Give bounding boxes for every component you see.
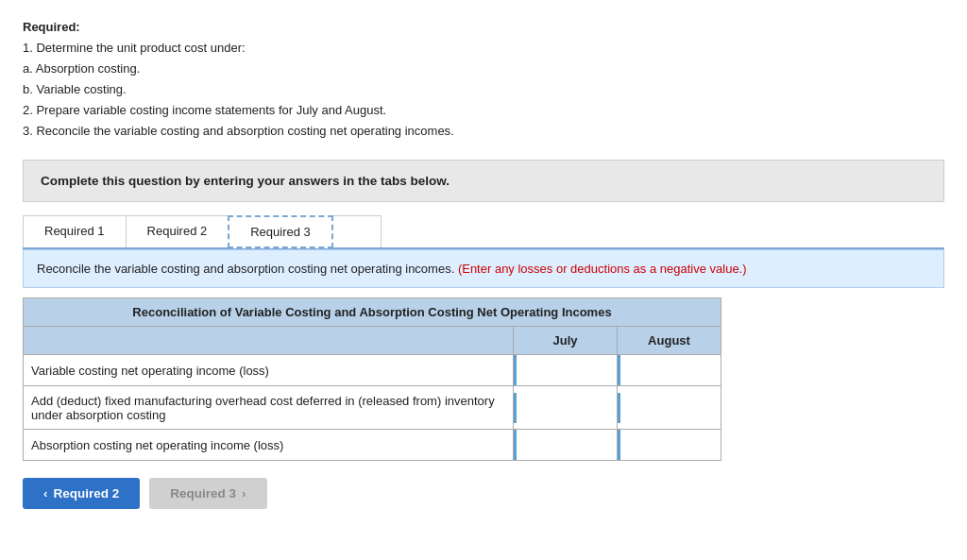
complete-box-text: Complete this question by entering your …	[41, 174, 450, 188]
table-row: Add (deduct) fixed manufacturing overhea…	[24, 386, 721, 430]
row3-july-input[interactable]	[514, 430, 617, 460]
tab-required2[interactable]: Required 2	[127, 216, 229, 247]
instructions-block: Required: 1. Determine the unit product …	[23, 17, 944, 143]
row2-july-input[interactable]	[514, 393, 617, 423]
tab-spacer	[382, 215, 944, 247]
tab-required3[interactable]: Required 3	[228, 215, 333, 248]
description-box: Reconcile the variable costing and absor…	[23, 249, 944, 289]
row1-label: Variable costing net operating income (l…	[24, 355, 514, 386]
chevron-right-icon: ›	[242, 486, 246, 501]
tabs-row: Required 1 Required 2 Required 3	[23, 215, 944, 249]
row3-august-input[interactable]	[618, 430, 721, 460]
tab-required1[interactable]: Required 1	[24, 216, 127, 247]
row3-label: Absorption costing net operating income …	[24, 430, 514, 461]
instruction-item-3: b. Variable costing.	[23, 82, 127, 96]
row1-august-cell	[618, 355, 721, 386]
row1-august-input[interactable]	[618, 355, 721, 385]
next-button[interactable]: Required 3›	[149, 478, 266, 509]
instruction-item-5: 3. Reconcile the variable costing and ab…	[23, 124, 454, 138]
col-header-august: August	[618, 327, 721, 355]
description-red: (Enter any losses or deductions as a neg…	[454, 262, 746, 276]
instruction-item-1: 1. Determine the unit product cost under…	[23, 41, 246, 55]
row2-july-cell	[514, 386, 618, 430]
next-button-label: Required 3	[170, 486, 236, 501]
btn-row: ‹Required 2 Required 3›	[23, 478, 944, 509]
row1-july-cell	[514, 355, 618, 386]
instruction-item-2: a. Absorption costing.	[23, 61, 140, 76]
table-row: Variable costing net operating income (l…	[24, 355, 721, 386]
reconciliation-table: Reconciliation of Variable Costing and A…	[23, 297, 721, 461]
col-header-desc	[24, 327, 514, 355]
table-row: Absorption costing net operating income …	[24, 430, 721, 461]
col-header-july: July	[514, 327, 618, 355]
prev-button-label: Required 2	[54, 486, 120, 501]
chevron-left-icon: ‹	[43, 486, 48, 501]
row2-label: Add (deduct) fixed manufacturing overhea…	[24, 386, 514, 430]
instruction-item-4: 2. Prepare variable costing income state…	[23, 103, 386, 117]
row2-august-cell	[618, 386, 721, 430]
table-title: Reconciliation of Variable Costing and A…	[24, 298, 721, 327]
required-heading: Required:	[23, 20, 80, 34]
tabs-container: Required 1 Required 2 Required 3	[23, 215, 382, 247]
description-main: Reconcile the variable costing and absor…	[37, 262, 454, 276]
row3-august-cell	[618, 430, 721, 461]
row1-july-input[interactable]	[514, 355, 617, 385]
complete-box: Complete this question by entering your …	[23, 160, 944, 202]
prev-button[interactable]: ‹Required 2	[23, 478, 140, 509]
row2-august-input[interactable]	[618, 393, 721, 423]
row3-july-cell	[514, 430, 618, 461]
